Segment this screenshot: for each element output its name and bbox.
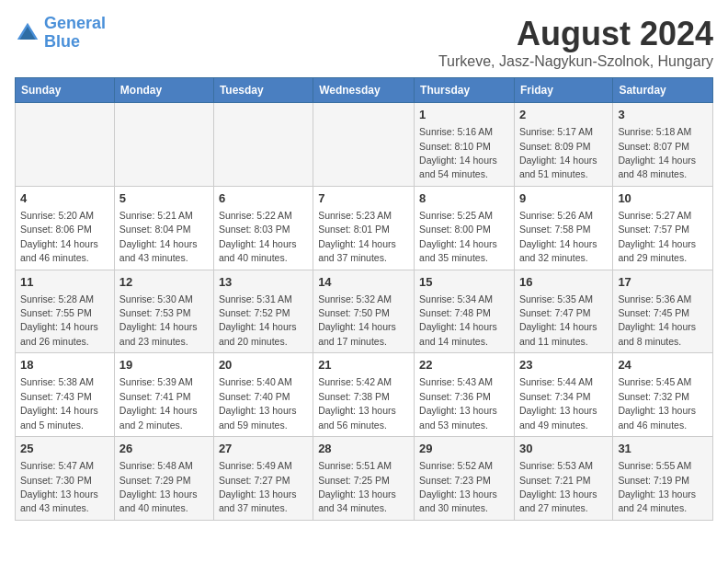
calendar-cell: 19Sunrise: 5:39 AM Sunset: 7:41 PM Dayli…	[114, 353, 213, 437]
calendar-cell: 11Sunrise: 5:28 AM Sunset: 7:55 PM Dayli…	[16, 270, 115, 353]
calendar-cell: 30Sunrise: 5:53 AM Sunset: 7:21 PM Dayli…	[514, 437, 612, 521]
day-number: 29	[419, 441, 509, 457]
calendar-cell: 18Sunrise: 5:38 AM Sunset: 7:43 PM Dayli…	[16, 353, 115, 437]
cell-details: Sunrise: 5:32 AM Sunset: 7:50 PM Dayligh…	[318, 293, 396, 347]
logo: General Blue	[15, 15, 106, 52]
cell-details: Sunrise: 5:26 AM Sunset: 7:58 PM Dayligh…	[519, 210, 597, 263]
day-number: 12	[119, 274, 209, 291]
logo-line2: Blue	[44, 32, 80, 51]
sub-title: Turkeve, Jasz-Nagykun-Szolnok, Hungary	[438, 53, 713, 70]
day-number: 16	[519, 274, 608, 291]
day-number: 5	[119, 190, 209, 207]
calendar-cell: 2Sunrise: 5:17 AM Sunset: 8:09 PM Daylig…	[514, 103, 612, 187]
calendar-cell: 4Sunrise: 5:20 AM Sunset: 8:06 PM Daylig…	[16, 186, 115, 270]
day-number: 31	[618, 441, 708, 457]
cell-details: Sunrise: 5:17 AM Sunset: 8:09 PM Dayligh…	[519, 126, 597, 179]
calendar-cell: 26Sunrise: 5:48 AM Sunset: 7:29 PM Dayli…	[114, 437, 213, 521]
calendar-cell: 10Sunrise: 5:27 AM Sunset: 7:57 PM Dayli…	[613, 186, 713, 270]
day-header-monday: Monday	[114, 78, 213, 103]
cell-details: Sunrise: 5:25 AM Sunset: 8:00 PM Dayligh…	[419, 210, 497, 263]
calendar-cell: 3Sunrise: 5:18 AM Sunset: 8:07 PM Daylig…	[613, 103, 713, 187]
calendar-cell: 13Sunrise: 5:31 AM Sunset: 7:52 PM Dayli…	[213, 270, 313, 353]
logo-text: General Blue	[44, 15, 106, 52]
calendar-week-row: 4Sunrise: 5:20 AM Sunset: 8:06 PM Daylig…	[16, 186, 713, 270]
calendar-cell: 6Sunrise: 5:22 AM Sunset: 8:03 PM Daylig…	[213, 186, 313, 270]
calendar-cell	[313, 103, 415, 187]
cell-details: Sunrise: 5:18 AM Sunset: 8:07 PM Dayligh…	[618, 126, 696, 179]
calendar-week-row: 25Sunrise: 5:47 AM Sunset: 7:30 PM Dayli…	[16, 437, 713, 521]
calendar-week-row: 1Sunrise: 5:16 AM Sunset: 8:10 PM Daylig…	[16, 103, 713, 187]
day-number: 18	[20, 357, 109, 373]
calendar-header-row: SundayMondayTuesdayWednesdayThursdayFrid…	[16, 78, 713, 103]
day-number: 22	[419, 357, 509, 373]
day-header-friday: Friday	[514, 78, 612, 103]
calendar-cell: 1Sunrise: 5:16 AM Sunset: 8:10 PM Daylig…	[415, 103, 515, 187]
cell-details: Sunrise: 5:38 AM Sunset: 7:43 PM Dayligh…	[20, 376, 98, 430]
cell-details: Sunrise: 5:35 AM Sunset: 7:47 PM Dayligh…	[519, 293, 597, 347]
cell-details: Sunrise: 5:40 AM Sunset: 7:40 PM Dayligh…	[219, 376, 297, 430]
calendar-cell: 5Sunrise: 5:21 AM Sunset: 8:04 PM Daylig…	[114, 186, 213, 270]
calendar-cell: 27Sunrise: 5:49 AM Sunset: 7:27 PM Dayli…	[213, 437, 313, 521]
day-number: 3	[618, 107, 708, 123]
cell-details: Sunrise: 5:27 AM Sunset: 7:57 PM Dayligh…	[618, 210, 696, 263]
calendar-cell	[114, 103, 213, 187]
cell-details: Sunrise: 5:22 AM Sunset: 8:03 PM Dayligh…	[219, 210, 297, 263]
day-number: 26	[119, 441, 209, 457]
cell-details: Sunrise: 5:49 AM Sunset: 7:27 PM Dayligh…	[219, 460, 297, 513]
logo-icon	[15, 20, 40, 46]
day-number: 14	[318, 274, 409, 291]
day-number: 24	[618, 357, 708, 373]
calendar-body: 1Sunrise: 5:16 AM Sunset: 8:10 PM Daylig…	[16, 103, 713, 521]
main-title: August 2024	[438, 15, 713, 53]
cell-details: Sunrise: 5:28 AM Sunset: 7:55 PM Dayligh…	[20, 293, 98, 347]
calendar-week-row: 11Sunrise: 5:28 AM Sunset: 7:55 PM Dayli…	[16, 270, 713, 353]
cell-details: Sunrise: 5:53 AM Sunset: 7:21 PM Dayligh…	[519, 460, 597, 513]
calendar-cell: 31Sunrise: 5:55 AM Sunset: 7:19 PM Dayli…	[613, 437, 713, 521]
day-number: 21	[318, 357, 409, 373]
day-number: 11	[20, 274, 109, 291]
day-number: 2	[519, 107, 608, 123]
calendar-cell	[16, 103, 115, 187]
day-number: 8	[419, 190, 509, 207]
calendar-cell: 17Sunrise: 5:36 AM Sunset: 7:45 PM Dayli…	[613, 270, 713, 353]
calendar-cell: 23Sunrise: 5:44 AM Sunset: 7:34 PM Dayli…	[514, 353, 612, 437]
day-header-wednesday: Wednesday	[313, 78, 415, 103]
calendar-cell: 22Sunrise: 5:43 AM Sunset: 7:36 PM Dayli…	[415, 353, 515, 437]
day-number: 27	[219, 441, 308, 457]
day-header-saturday: Saturday	[613, 78, 713, 103]
calendar-cell	[213, 103, 313, 187]
day-header-thursday: Thursday	[415, 78, 515, 103]
calendar-cell: 8Sunrise: 5:25 AM Sunset: 8:00 PM Daylig…	[415, 186, 515, 270]
cell-details: Sunrise: 5:39 AM Sunset: 7:41 PM Dayligh…	[119, 376, 198, 430]
calendar-cell: 15Sunrise: 5:34 AM Sunset: 7:48 PM Dayli…	[415, 270, 515, 353]
day-number: 15	[419, 274, 509, 291]
calendar-cell: 20Sunrise: 5:40 AM Sunset: 7:40 PM Dayli…	[213, 353, 313, 437]
cell-details: Sunrise: 5:30 AM Sunset: 7:53 PM Dayligh…	[119, 293, 198, 347]
day-number: 6	[219, 190, 308, 207]
cell-details: Sunrise: 5:21 AM Sunset: 8:04 PM Dayligh…	[119, 210, 198, 263]
cell-details: Sunrise: 5:20 AM Sunset: 8:06 PM Dayligh…	[20, 210, 98, 263]
cell-details: Sunrise: 5:55 AM Sunset: 7:19 PM Dayligh…	[618, 460, 696, 513]
cell-details: Sunrise: 5:47 AM Sunset: 7:30 PM Dayligh…	[20, 460, 98, 513]
day-header-tuesday: Tuesday	[213, 78, 313, 103]
day-number: 13	[219, 274, 308, 291]
calendar-cell: 25Sunrise: 5:47 AM Sunset: 7:30 PM Dayli…	[16, 437, 115, 521]
day-number: 25	[20, 441, 109, 457]
calendar-cell: 24Sunrise: 5:45 AM Sunset: 7:32 PM Dayli…	[613, 353, 713, 437]
day-number: 28	[318, 441, 409, 457]
cell-details: Sunrise: 5:45 AM Sunset: 7:32 PM Dayligh…	[618, 376, 696, 430]
day-number: 30	[519, 441, 608, 457]
cell-details: Sunrise: 5:43 AM Sunset: 7:36 PM Dayligh…	[419, 376, 497, 430]
cell-details: Sunrise: 5:44 AM Sunset: 7:34 PM Dayligh…	[519, 376, 597, 430]
cell-details: Sunrise: 5:52 AM Sunset: 7:23 PM Dayligh…	[419, 460, 497, 513]
calendar-cell: 29Sunrise: 5:52 AM Sunset: 7:23 PM Dayli…	[415, 437, 515, 521]
day-number: 10	[618, 190, 708, 207]
calendar-cell: 14Sunrise: 5:32 AM Sunset: 7:50 PM Dayli…	[313, 270, 415, 353]
day-number: 19	[119, 357, 209, 373]
day-number: 17	[618, 274, 708, 291]
cell-details: Sunrise: 5:51 AM Sunset: 7:25 PM Dayligh…	[318, 460, 396, 513]
calendar-cell: 28Sunrise: 5:51 AM Sunset: 7:25 PM Dayli…	[313, 437, 415, 521]
cell-details: Sunrise: 5:16 AM Sunset: 8:10 PM Dayligh…	[419, 126, 497, 179]
calendar-cell: 16Sunrise: 5:35 AM Sunset: 7:47 PM Dayli…	[514, 270, 612, 353]
logo-line1: General	[44, 14, 106, 32]
